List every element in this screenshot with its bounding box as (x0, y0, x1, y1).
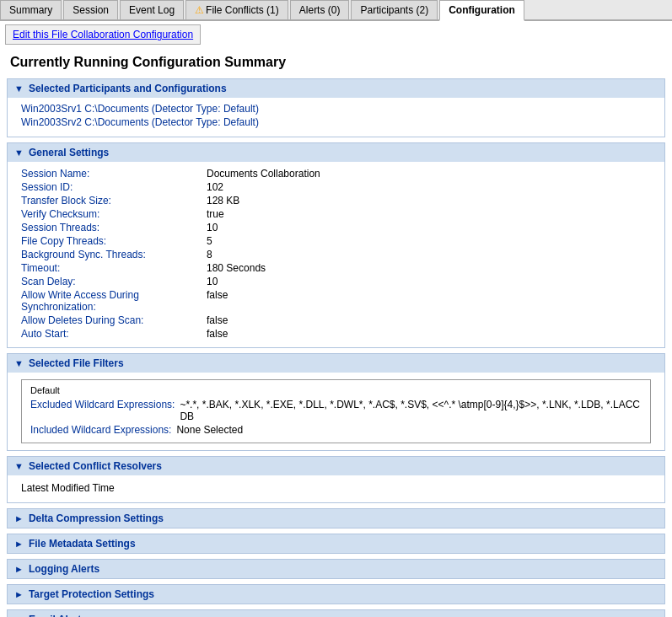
settings-value: false (207, 289, 228, 313)
section-conflict-resolvers: ▼ Selected Conflict Resolvers Latest Mod… (7, 456, 665, 503)
collapse-icon-file-filters: ▼ (14, 358, 24, 368)
section-general-content: Session Name:Documents CollaborationSess… (8, 162, 664, 347)
settings-label: Allow Write Access During Synchronizatio… (21, 289, 207, 313)
section-participants-content: Win2003Srv1 C:\Documents (Detector Type:… (8, 98, 664, 137)
tab-eventlog[interactable]: Event Log (120, 0, 184, 19)
settings-value: true (207, 208, 224, 220)
settings-row: Allow Deletes During Scan:false (21, 314, 651, 327)
settings-value: false (207, 314, 228, 326)
section-conflict-resolvers-header[interactable]: ▼ Selected Conflict Resolvers (8, 457, 664, 475)
settings-value: Documents Collaboration (207, 168, 320, 180)
settings-label: Auto Start: (21, 328, 207, 340)
settings-label: Verify Checksum: (21, 208, 207, 220)
section-file-metadata: ► File Metadata Settings (7, 534, 665, 554)
settings-value: 8 (207, 249, 212, 260)
tab-participants[interactable]: Participants (2) (351, 0, 438, 19)
settings-row: Verify Checksum:true (21, 207, 651, 221)
settings-value: 10 (207, 276, 218, 287)
settings-label: File Copy Threads: (21, 235, 207, 247)
section-conflict-resolvers-label: Selected Conflict Resolvers (29, 460, 162, 472)
section-file-metadata-header[interactable]: ► File Metadata Settings (8, 534, 664, 553)
section-general-label: General Settings (29, 147, 109, 158)
tab-summary[interactable]: Summary (0, 0, 62, 19)
section-participants-label: Selected Participants and Configurations (29, 83, 227, 94)
section-email-alerts-header[interactable]: ► Email Alerts (8, 610, 664, 617)
participant-item-1: Win2003Srv1 C:\Documents (Detector Type:… (21, 103, 651, 115)
settings-row: Timeout:180 Seconds (21, 261, 651, 275)
settings-label: Timeout: (21, 262, 207, 274)
section-delta-compression-label: Delta Compression Settings (29, 512, 164, 524)
settings-row: Transfer Block Size:128 KB (21, 194, 651, 207)
settings-value: 128 KB (207, 195, 239, 207)
collapse-icon-conflict-resolvers: ▼ (14, 461, 24, 471)
tab-alerts[interactable]: Alerts (0) (290, 0, 350, 19)
section-file-filters: ▼ Selected File Filters Default Excluded… (7, 353, 665, 451)
settings-value: 102 (207, 181, 223, 193)
collapse-icon-delta: ► (14, 513, 24, 523)
section-participants-header[interactable]: ▼ Selected Participants and Configuratio… (8, 79, 664, 98)
filter-included-value: None Selected (176, 424, 243, 436)
settings-label: Allow Deletes During Scan: (21, 314, 207, 326)
tab-session[interactable]: Session (63, 0, 118, 19)
section-logging-alerts-label: Logging Alerts (29, 563, 99, 575)
page-title: Currently Running Configuration Summary (10, 55, 662, 70)
warning-icon: ⚠ (195, 4, 204, 16)
filter-included-row: Included Wildcard Expressions: None Sele… (30, 424, 642, 436)
settings-value: 180 Seconds (207, 262, 266, 274)
filter-box: Default Excluded Wildcard Expressions: ~… (21, 379, 651, 443)
section-delta-compression: ► Delta Compression Settings (7, 508, 665, 528)
settings-row: Session Name:Documents Collaboration (21, 167, 651, 180)
section-logging-alerts: ► Logging Alerts (7, 559, 665, 579)
section-email-alerts: ► Email Alerts (7, 609, 665, 617)
section-file-filters-content: Default Excluded Wildcard Expressions: ~… (8, 373, 664, 450)
settings-row: Background Sync. Threads:8 (21, 248, 651, 261)
tab-fileconflicts[interactable]: ⚠File Conflicts (1) (185, 0, 288, 19)
settings-row: Scan Delay:10 (21, 275, 651, 288)
tabs-bar: Summary Session Event Log ⚠File Conflict… (0, 0, 672, 21)
participant-item-2: Win2003Srv2 C:\Documents (Detector Type:… (21, 116, 651, 128)
section-file-metadata-label: File Metadata Settings (29, 538, 136, 550)
resolver-item: Latest Modified Time (21, 480, 651, 496)
general-settings-table: Session Name:Documents CollaborationSess… (21, 167, 651, 341)
section-target-protection-header[interactable]: ► Target Protection Settings (8, 585, 664, 604)
tab-configuration[interactable]: Configuration (439, 0, 524, 21)
collapse-icon-target-protection: ► (14, 589, 24, 599)
section-delta-compression-header[interactable]: ► Delta Compression Settings (8, 509, 664, 528)
settings-row: Session ID:102 (21, 180, 651, 194)
section-file-filters-header[interactable]: ▼ Selected File Filters (8, 354, 664, 373)
section-target-protection-label: Target Protection Settings (29, 588, 154, 600)
filter-excluded-label: Excluded Wildcard Expressions: (30, 399, 175, 422)
filter-included-label: Included Wildcard Expressions: (30, 424, 171, 436)
settings-label: Session Name: (21, 168, 207, 180)
settings-label: Scan Delay: (21, 276, 207, 287)
section-general: ▼ General Settings Session Name:Document… (7, 142, 665, 348)
filter-excluded-value: ~*.*, *.BAK, *.XLK, *.EXE, *.DLL, *.DWL*… (180, 399, 642, 422)
edit-link[interactable]: Edit this File Collaboration Configurati… (5, 24, 201, 45)
settings-row: Allow Write Access During Synchronizatio… (21, 288, 651, 314)
settings-row: Auto Start:false (21, 327, 651, 341)
section-general-header[interactable]: ▼ General Settings (8, 143, 664, 162)
settings-label: Session ID: (21, 181, 207, 193)
settings-label: Session Threads: (21, 222, 207, 233)
settings-label: Background Sync. Threads: (21, 249, 207, 260)
filter-box-title: Default (30, 385, 642, 395)
section-logging-alerts-header[interactable]: ► Logging Alerts (8, 560, 664, 578)
collapse-icon-logging-alerts: ► (14, 564, 24, 574)
section-target-protection: ► Target Protection Settings (7, 584, 665, 604)
section-file-filters-label: Selected File Filters (29, 357, 124, 369)
settings-label: Transfer Block Size: (21, 195, 207, 207)
collapse-icon-file-metadata: ► (14, 539, 24, 549)
settings-row: Session Threads:10 (21, 221, 651, 234)
filter-excluded-row: Excluded Wildcard Expressions: ~*.*, *.B… (30, 399, 642, 422)
collapse-icon-general: ▼ (14, 148, 24, 158)
settings-row: File Copy Threads:5 (21, 234, 651, 248)
section-email-alerts-label: Email Alerts (29, 614, 87, 617)
settings-value: 5 (207, 235, 212, 247)
collapse-icon-participants: ▼ (14, 83, 24, 94)
section-conflict-resolvers-content: Latest Modified Time (8, 475, 664, 502)
settings-value: false (207, 328, 228, 340)
section-participants: ▼ Selected Participants and Configuratio… (7, 78, 665, 137)
settings-value: 10 (207, 222, 218, 233)
